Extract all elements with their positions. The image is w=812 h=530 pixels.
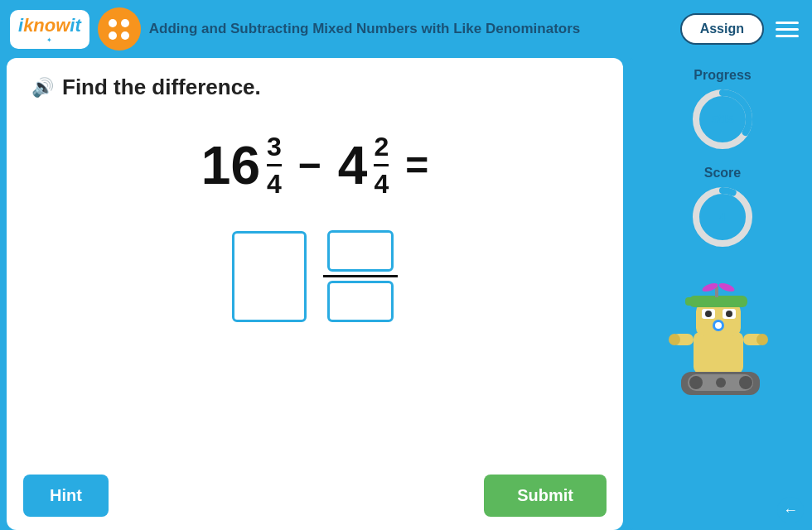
header-title: Adding and Subtracting Mixed Numbers wit… bbox=[149, 20, 672, 38]
progress-label: Progress bbox=[694, 68, 751, 83]
svg-rect-4 bbox=[694, 332, 743, 373]
svg-point-23 bbox=[689, 376, 703, 389]
sidebar: Progress 5/15 Score 4 bbox=[640, 58, 805, 530]
divider bbox=[630, 58, 633, 530]
answer-denominator-input[interactable] bbox=[327, 281, 394, 322]
logo-it: it bbox=[70, 15, 80, 36]
question-header: 🔊 Find the difference. bbox=[31, 75, 598, 100]
dice-icon bbox=[98, 7, 141, 51]
fraction-1: 3 4 bbox=[267, 133, 282, 197]
answer-fraction-inputs bbox=[323, 230, 398, 322]
svg-point-8 bbox=[705, 311, 712, 317]
logo: iknowit ✦ bbox=[10, 10, 89, 49]
logo-sub: ✦ bbox=[46, 36, 52, 44]
score-circle: 4 bbox=[689, 184, 756, 250]
score-section: Score 4 bbox=[689, 166, 756, 250]
svg-point-24 bbox=[739, 376, 752, 389]
hint-button[interactable]: Hint bbox=[23, 475, 109, 517]
score-value: 4 bbox=[719, 210, 726, 224]
svg-rect-13 bbox=[685, 297, 700, 306]
logo-know: know bbox=[23, 15, 70, 36]
numerator-2: 2 bbox=[374, 133, 389, 161]
svg-point-16 bbox=[718, 282, 736, 293]
main-container: 🔊 Find the difference. 16 3 4 − 4 2 bbox=[7, 58, 805, 530]
answer-fraction-line bbox=[323, 275, 398, 277]
svg-point-19 bbox=[669, 334, 680, 345]
numerator-1: 3 bbox=[267, 133, 282, 161]
assign-button[interactable]: Assign bbox=[680, 13, 764, 45]
answer-numerator-input[interactable] bbox=[327, 230, 394, 272]
submit-button[interactable]: Submit bbox=[484, 475, 607, 517]
mixed-number-2: 4 2 4 bbox=[338, 133, 389, 197]
question-text: Find the difference. bbox=[62, 75, 261, 100]
svg-point-11 bbox=[715, 322, 722, 329]
back-arrow-button[interactable]: ← bbox=[777, 497, 804, 523]
robot-character bbox=[660, 270, 785, 402]
score-label: Score bbox=[704, 166, 741, 181]
operator: − bbox=[298, 142, 321, 188]
header: iknowit ✦ Adding and Subtracting Mixed N… bbox=[0, 0, 812, 58]
progress-section: Progress 5/15 bbox=[689, 68, 756, 152]
progress-circle: 5/15 bbox=[689, 86, 756, 152]
progress-value: 5/15 bbox=[711, 113, 733, 126]
math-problem: 16 3 4 − 4 2 4 = bbox=[31, 133, 598, 197]
sound-icon[interactable]: 🔊 bbox=[31, 77, 54, 99]
answer-area bbox=[31, 230, 598, 322]
content-area: 🔊 Find the difference. 16 3 4 − 4 2 bbox=[7, 58, 623, 530]
denominator-1: 4 bbox=[267, 169, 282, 197]
whole-2: 4 bbox=[338, 135, 368, 196]
svg-point-25 bbox=[716, 378, 726, 388]
hamburger-button[interactable] bbox=[772, 18, 802, 41]
bottom-buttons: Hint Submit bbox=[23, 475, 607, 517]
whole-1: 16 bbox=[201, 135, 260, 196]
svg-point-9 bbox=[726, 311, 732, 317]
fraction-2: 2 4 bbox=[374, 133, 389, 197]
svg-point-20 bbox=[756, 334, 768, 345]
mixed-number-1: 16 3 4 bbox=[201, 133, 282, 197]
equals-sign: = bbox=[405, 142, 428, 188]
denominator-2: 4 bbox=[374, 169, 389, 197]
answer-whole-input[interactable] bbox=[232, 231, 307, 322]
robot-svg bbox=[665, 274, 781, 402]
